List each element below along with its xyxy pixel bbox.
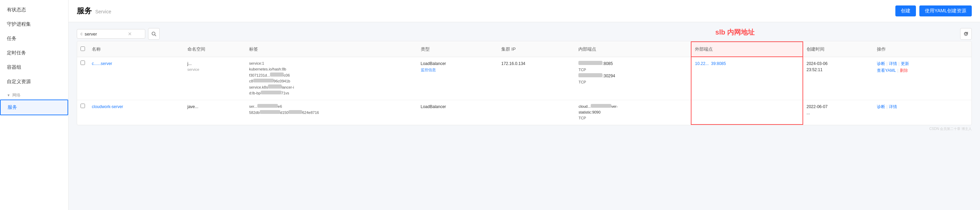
clear-icon[interactable]: ✕ — [128, 31, 132, 36]
page-header: 服务 Service 创建 使用YAML创建资源 — [68, 0, 980, 22]
page-title-en: Service — [95, 9, 111, 14]
sidebar-item-custom-resource[interactable]: 自定义资源 — [0, 74, 68, 89]
col-internal-endpoint: 内部端点 — [575, 42, 691, 57]
chevron-down-icon: ▼ — [7, 93, 10, 97]
divider: | — [899, 60, 899, 67]
search-button[interactable] — [148, 28, 160, 39]
search-input[interactable] — [84, 32, 126, 36]
sidebar-section-network[interactable]: ▼ 网络 — [0, 89, 68, 99]
search-input-wrapper[interactable]: c ✕ — [77, 29, 145, 39]
svg-line-1 — [155, 35, 156, 36]
row1-tags: service:1 kubernetes.io/hash:8b f3071231… — [246, 57, 417, 100]
slb-label: slb 内网地址 — [716, 28, 754, 37]
monitor-link[interactable]: 监控信息 — [421, 68, 436, 72]
row2-type: LoadBalancer — [417, 100, 498, 125]
sidebar-item-task[interactable]: 任务 — [0, 32, 68, 46]
divider: | — [886, 104, 888, 110]
row2-name: cloudwork-server — [88, 100, 184, 125]
divider: | — [897, 67, 899, 74]
row2-checkbox[interactable] — [81, 104, 85, 108]
row1-actions: 诊断 | 详情 | 更新 查看YAML | 删除 — [873, 57, 971, 100]
row2-actions: 诊断 | 详情 — [873, 100, 971, 125]
table-row: cloudwork-server jave... ser...e6 582dbd… — [77, 100, 971, 125]
search-prefix-icon: c — [81, 32, 83, 36]
row1-created-time: 2024-03-0623:52:11 — [803, 57, 873, 100]
row2-name-link[interactable]: cloudwork-server — [92, 104, 123, 109]
create-yaml-button[interactable]: 使用YAML创建资源 — [920, 5, 972, 16]
sidebar-item-stateful[interactable]: 有状态态 — [0, 3, 68, 17]
row2-namespace: jave... — [184, 100, 246, 125]
create-button[interactable]: 创建 — [896, 5, 916, 16]
row2-action-diagnose[interactable]: 诊断 — [877, 104, 885, 110]
col-actions: 操作 — [873, 42, 971, 57]
col-name: 名称 — [88, 42, 184, 57]
select-all-checkbox[interactable] — [81, 46, 85, 51]
col-cluster-ip: 集群 IP — [498, 42, 575, 57]
row1-action-yaml[interactable]: 查看YAML — [877, 67, 896, 74]
main-content: 服务 Service 创建 使用YAML创建资源 c ✕ — [68, 0, 980, 210]
row1-internal-endpoint: :8085 TCP :30294 TCP — [575, 57, 691, 100]
sidebar: 有状态态 守护进程集 任务 定时任务 容器组 自定义资源 ▼ 网络 服务 — [0, 0, 68, 210]
col-namespace: 命名空间 — [184, 42, 246, 57]
sidebar-item-container-group[interactable]: 容器组 — [0, 60, 68, 74]
refresh-icon — [964, 32, 968, 36]
row1-checkbox[interactable] — [81, 60, 85, 65]
col-created-time: 创建时间 — [803, 42, 873, 57]
row1-select[interactable] — [77, 57, 88, 100]
col-tags: 标签 — [246, 42, 417, 57]
row2-tags: ser...e6 582dbd150624e8716 — [246, 100, 417, 125]
row1-action-update[interactable]: 更新 — [901, 60, 909, 67]
sidebar-item-cron[interactable]: 定时任务 — [0, 46, 68, 60]
search-icon — [151, 32, 156, 36]
row1-cluster-ip: 172.16.0.134 — [498, 57, 575, 100]
content-area: c ✕ slb 内网地址 — [68, 22, 980, 210]
row1-name-link[interactable]: c......server — [92, 61, 112, 66]
row1-namespace: j... service — [184, 57, 246, 100]
search-bar: c ✕ — [77, 28, 160, 39]
row1-action-diagnose[interactable]: 诊断 — [877, 60, 885, 67]
row2-created-time: 2022-06-07... — [803, 100, 873, 125]
col-select-all[interactable] — [77, 42, 88, 57]
row1-action-detail[interactable]: 详情 — [889, 60, 897, 67]
table-row: c......server j... service service:1 kub… — [77, 57, 971, 100]
row1-name: c......server — [88, 57, 184, 100]
divider: | — [886, 60, 888, 67]
row2-cluster-ip — [498, 100, 575, 125]
col-external-endpoint: 外部端点 — [691, 42, 802, 57]
row1-type: LoadBalancer监控信息 — [417, 57, 498, 100]
header-actions: 创建 使用YAML创建资源 — [896, 5, 972, 16]
header-title-area: 服务 Service — [77, 6, 111, 16]
row2-select[interactable] — [77, 100, 88, 125]
refresh-button[interactable] — [960, 28, 972, 39]
watermark: CSDN 会员第二十章 博主人 — [77, 126, 972, 131]
sidebar-item-service[interactable]: 服务 — [0, 99, 68, 115]
row1-external-link[interactable]: 10.22... 39:8085 — [695, 61, 726, 66]
col-type: 类型 — [417, 42, 498, 57]
row1-action-delete[interactable]: 删除 — [900, 67, 908, 74]
page-title-zh: 服务 — [77, 6, 92, 16]
sidebar-item-daemon[interactable]: 守护进程集 — [0, 17, 68, 32]
row2-internal-endpoint: cloud...ver- statistic:9090 TCP — [575, 100, 691, 125]
row2-external-endpoint — [691, 100, 802, 125]
row1-external-endpoint: 10.22... 39:8085 — [691, 57, 802, 100]
service-table: 名称 命名空间 标签 类型 集群 IP 内部端点 外部端点 创建时间 操作 — [77, 41, 972, 125]
row2-action-detail[interactable]: 详情 — [889, 104, 897, 110]
